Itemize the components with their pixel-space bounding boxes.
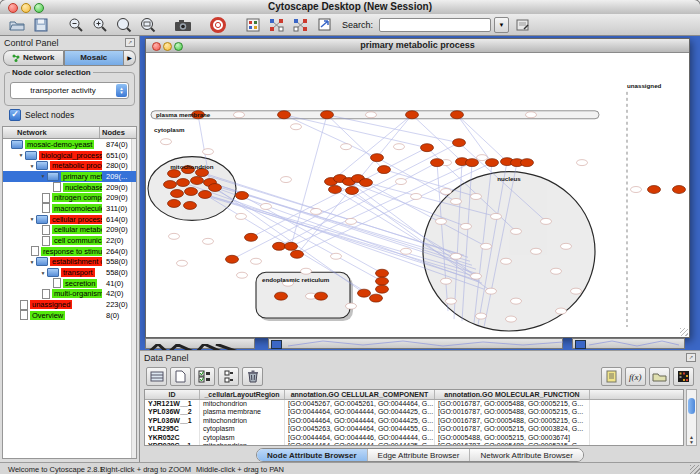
network-node[interactable]: [477, 155, 488, 161]
tree-row[interactable]: secretion41(0): [3, 278, 136, 289]
network-node[interactable]: [281, 177, 292, 183]
network-node[interactable]: [261, 203, 272, 209]
search-input[interactable]: [379, 18, 491, 32]
network-node[interactable]: [209, 184, 222, 192]
network-node[interactable]: [245, 233, 258, 241]
tree-row[interactable]: nitrogen compo209(0): [3, 192, 136, 203]
tree-row[interactable]: nucleobase-209(0): [3, 182, 136, 193]
import-annotation-icon[interactable]: [314, 16, 335, 34]
network-node[interactable]: [571, 288, 582, 294]
network-node[interactable]: [285, 242, 298, 250]
new-attribute-icon[interactable]: [170, 367, 191, 386]
table-row[interactable]: YKR052Ccytoplasm[GO:0044464, GO:0044446,…: [145, 434, 683, 442]
snapshot-icon[interactable]: [172, 16, 193, 34]
network-node[interactable]: [396, 179, 407, 185]
network-node[interactable]: [366, 112, 377, 118]
table-row[interactable]: YPL036W__2plasma membrane[GO:0044464, GO…: [145, 408, 683, 416]
background-window[interactable]: [145, 338, 255, 349]
attribute-list-icon[interactable]: [218, 367, 239, 386]
network-node[interactable]: [421, 144, 434, 152]
network-node[interactable]: [481, 243, 492, 249]
network-node[interactable]: [370, 294, 383, 302]
network-node[interactable]: [291, 124, 302, 130]
tree-row[interactable]: cell communicat22(0): [3, 235, 136, 246]
delete-attribute-icon[interactable]: [242, 367, 263, 386]
tree-row[interactable]: ▼biological_process651(0): [3, 150, 136, 161]
network-node[interactable]: [371, 154, 384, 162]
network-node[interactable]: [378, 166, 391, 174]
network-node[interactable]: [346, 218, 357, 224]
expand-arrow-icon[interactable]: ▼: [28, 259, 36, 265]
tree-col-nodes[interactable]: Nodes: [99, 127, 136, 138]
window-resize-grip[interactable]: [680, 328, 688, 336]
help-icon[interactable]: [207, 16, 228, 34]
select-nodes-checkbox[interactable]: ✓: [9, 109, 21, 121]
tab-mosaic[interactable]: Mosaic: [64, 50, 125, 66]
network-canvas[interactable]: plasma membranecytoplasmmitochondrionnuc…: [146, 52, 689, 337]
network-node[interactable]: [164, 181, 177, 189]
network-node[interactable]: [577, 160, 588, 166]
tree-row[interactable]: ▼establishment of lo558(0): [3, 257, 136, 268]
tab-network-attribute-browser[interactable]: Network Attribute Browser: [469, 449, 582, 461]
zoom-fit-icon[interactable]: [113, 16, 134, 34]
tree-row[interactable]: ▼metabolic process280(0): [3, 160, 136, 171]
import-attributes-icon[interactable]: [649, 367, 670, 386]
network-node[interactable]: [331, 253, 342, 259]
network-node[interactable]: [466, 159, 479, 167]
expand-arrow-icon[interactable]: ▼: [28, 163, 36, 169]
network-node[interactable]: [556, 308, 567, 314]
table-row[interactable]: YJR121W__1mitochondrion[GO:0045267, GO:0…: [145, 400, 683, 408]
network-node[interactable]: [673, 186, 686, 194]
tab-scroll-right-icon[interactable]: ▶: [124, 50, 136, 66]
network-node[interactable]: [551, 268, 562, 274]
network-node[interactable]: [451, 253, 462, 259]
table-scrollbar[interactable]: ▲▼: [686, 389, 697, 446]
network-node[interactable]: [486, 288, 497, 294]
tree-row[interactable]: ▼cellular process614(0): [3, 214, 136, 225]
expand-arrow-icon[interactable]: ▼: [39, 270, 47, 276]
network-node[interactable]: [346, 303, 357, 309]
network-node[interactable]: [184, 201, 197, 209]
advanced-search-icon[interactable]: [512, 16, 533, 34]
network-node[interactable]: [234, 112, 245, 118]
tab-network[interactable]: Network: [3, 50, 64, 66]
network-node[interactable]: [236, 213, 247, 219]
attribute-checklist-icon[interactable]: [194, 367, 215, 386]
network-node[interactable]: [236, 192, 249, 200]
network-view-window[interactable]: primary metabolic process plasma membran…: [145, 38, 690, 338]
network-node[interactable]: [561, 243, 572, 249]
network-node[interactable]: [315, 292, 328, 300]
scrollbar-thumb[interactable]: [688, 398, 695, 414]
network-node[interactable]: [453, 139, 466, 147]
annotation-icon[interactable]: [601, 367, 622, 386]
network-overview-icon[interactable]: [242, 16, 263, 34]
network-node[interactable]: [521, 159, 534, 167]
network-node[interactable]: [511, 298, 522, 304]
network-node[interactable]: [311, 208, 322, 214]
network-node[interactable]: [237, 272, 248, 278]
scrollbar-arrows-icon[interactable]: ▲▼: [687, 435, 696, 445]
network-node[interactable]: [251, 258, 262, 264]
network-node[interactable]: [486, 159, 499, 167]
network-node[interactable]: [648, 186, 661, 194]
layout-red-icon[interactable]: [290, 16, 311, 34]
network-node[interactable]: [506, 316, 517, 322]
network-node[interactable]: [461, 223, 472, 229]
network-node[interactable]: [346, 187, 359, 195]
column-header[interactable]: ID: [145, 390, 200, 399]
tree-row[interactable]: response to stimulu264(0): [3, 246, 136, 257]
network-node[interactable]: [526, 112, 537, 118]
network-node[interactable]: [394, 144, 405, 150]
network-node[interactable]: [431, 159, 444, 167]
network-node[interactable]: [358, 289, 371, 297]
network-node[interactable]: [177, 260, 188, 266]
tree-row[interactable]: Overview8(0): [3, 310, 136, 321]
network-node[interactable]: [329, 186, 342, 194]
network-node[interactable]: [491, 213, 502, 219]
network-node[interactable]: [376, 269, 389, 277]
network-node[interactable]: [441, 278, 452, 284]
tree-row[interactable]: unassigned223(0): [3, 299, 136, 310]
network-node[interactable]: [360, 179, 373, 187]
network-node[interactable]: [451, 111, 464, 119]
tree-row[interactable]: mosaic-demo-yeast874(0): [3, 139, 136, 150]
